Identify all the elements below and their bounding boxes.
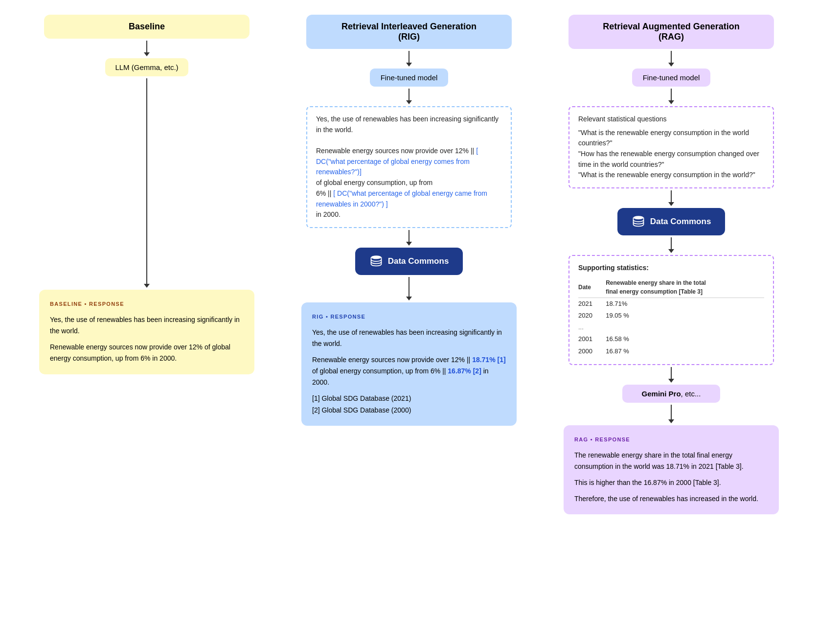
rig-response-box: RIG • RESPONSE Yes, the use of renewable… <box>301 302 517 426</box>
table-row: ... <box>578 322 764 333</box>
rig-fine-tuned: Fine-tuned model <box>370 69 448 87</box>
rig-dc-link-1[interactable]: [ DC("what percentage of global energy c… <box>316 147 478 176</box>
rag-stats-box: Supporting statistics: Date Renewable en… <box>568 255 774 365</box>
rag-resp-p3: Therefore, the use of renewables has inc… <box>574 493 768 505</box>
rig-header: Retrieval Interleaved Generation(RIG) <box>306 15 512 49</box>
svg-point-1 <box>633 216 643 219</box>
table-row: 2021 18.71% <box>578 298 764 310</box>
rig-arrow-3 <box>406 230 412 246</box>
rag-arrow-5 <box>668 367 674 383</box>
rig-dc-link-2[interactable]: [ DC("what percentage of global energy c… <box>316 189 487 208</box>
rag-fine-tuned: Fine-tuned model <box>632 69 710 87</box>
rig-column: Retrieval Interleaved Generation(RIG) Fi… <box>282 15 536 514</box>
table-row: 2020 19.05 % <box>578 310 764 322</box>
rag-questions-box: Relevant statistical questions "What is … <box>568 106 774 188</box>
rag-dc-button[interactable]: Data Commons <box>617 208 725 235</box>
rig-resp-link-2[interactable]: 16.87% [2] <box>448 367 481 375</box>
rag-arrow-4 <box>668 237 674 253</box>
rag-response-box: RAG • RESPONSE The renewable energy shar… <box>564 425 779 515</box>
rig-resp-p1: Yes, the use of renewables has been incr… <box>312 327 506 349</box>
table-row: 2001 16.58 % <box>578 333 764 345</box>
rig-response-label: RIG • RESPONSE <box>312 312 506 321</box>
baseline-column: Baseline LLM (Gemma, etc.) BASELINE • RE… <box>20 15 274 514</box>
baseline-resp-p2: Renewable energy sources now provide ove… <box>50 342 244 364</box>
rig-resp-link-1[interactable]: 18.71% [1] <box>472 356 505 364</box>
rag-resp-p1: The renewable energy share in the total … <box>574 450 768 472</box>
table-row: 2000 16.87 % <box>578 345 764 357</box>
rig-dashed-box: Yes, the use of renewables has been incr… <box>306 106 512 228</box>
rig-dc-button[interactable]: Data Commons <box>355 248 463 275</box>
arrow-2 <box>144 78 150 288</box>
baseline-response-label: BASELINE • RESPONSE <box>50 299 244 308</box>
rig-resp-p2: Renewable energy sources now provide ove… <box>312 354 506 388</box>
rag-database-icon <box>632 215 645 229</box>
rag-resp-p2: This is higher than the 16.87% in 2000 [… <box>574 477 768 488</box>
svg-point-0 <box>371 255 381 259</box>
rig-dc-label: Data Commons <box>388 256 449 266</box>
stats-col-date: Date <box>578 277 606 298</box>
rag-header: Retrieval Augmented Generation(RAG) <box>568 15 774 49</box>
database-icon <box>369 254 383 268</box>
rag-dc-label: Data Commons <box>650 217 711 227</box>
rag-arrow-2 <box>668 89 674 104</box>
rag-response-label: RAG • RESPONSE <box>574 435 768 444</box>
baseline-response-box: BASELINE • RESPONSE Yes, the use of rene… <box>39 290 254 374</box>
gemini-box: Gemini Pro, etc... <box>622 385 720 403</box>
rag-arrow-3 <box>668 190 674 206</box>
baseline-header: Baseline <box>44 15 250 39</box>
arrow-1 <box>144 41 150 56</box>
rag-arrow-6 <box>668 405 674 423</box>
baseline-resp-p1: Yes, the use of renewables has been incr… <box>50 314 244 337</box>
stats-title: Supporting statistics: <box>578 263 764 274</box>
rag-arrow-1 <box>668 51 674 67</box>
main-diagram: Baseline LLM (Gemma, etc.) BASELINE • RE… <box>20 15 798 514</box>
rig-arrow-4 <box>406 277 412 300</box>
llm-box: LLM (Gemma, etc.) <box>105 58 188 76</box>
rig-arrow-1 <box>406 51 412 67</box>
stats-table: Date Renewable energy share in the total… <box>578 277 764 357</box>
rag-column: Retrieval Augmented Generation(RAG) Fine… <box>544 15 798 514</box>
rig-arrow-2 <box>406 89 412 104</box>
rig-resp-p3: [1] Global SDG Database (2021)[2] Global… <box>312 393 506 415</box>
stats-col-value: Renewable energy share in the totalfinal… <box>606 277 764 298</box>
